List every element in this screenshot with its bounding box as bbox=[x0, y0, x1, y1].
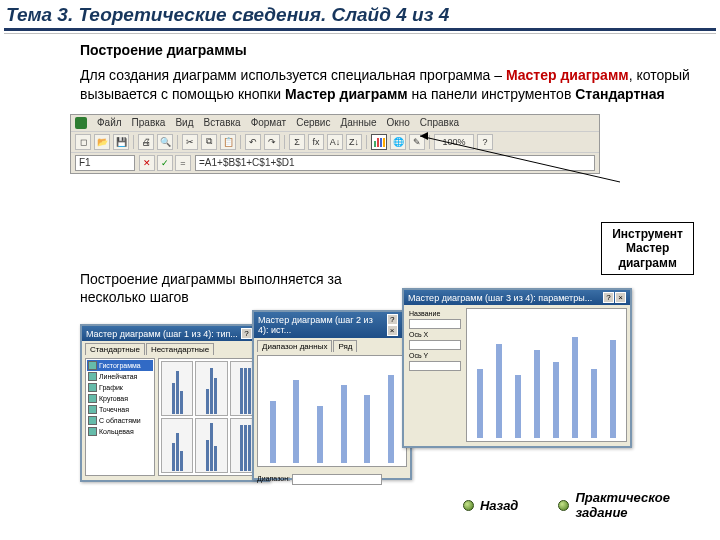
function-icon[interactable]: fx bbox=[308, 134, 324, 150]
menu-window[interactable]: Окно bbox=[387, 117, 410, 128]
subtype-thumb[interactable] bbox=[161, 418, 193, 473]
cancel-icon[interactable]: ✕ bbox=[139, 155, 155, 171]
subtype-thumb[interactable] bbox=[161, 361, 193, 416]
menu-data[interactable]: Данные bbox=[340, 117, 376, 128]
wizard2-tab-series[interactable]: Ряд bbox=[333, 340, 357, 352]
slide-title: Тема 3. Теоретические сведения. Слайд 4 … bbox=[0, 0, 720, 28]
wizard2-range-input[interactable] bbox=[292, 474, 382, 485]
footer-navigation: Назад Практическое задание bbox=[463, 490, 670, 520]
menu-bar: Файл Правка Вид Вставка Формат Сервис Да… bbox=[71, 115, 599, 132]
type-pie-label: Круговая bbox=[99, 395, 128, 402]
nav-back-link[interactable]: Назад bbox=[463, 498, 519, 513]
type-doughnut-label: Кольцевая bbox=[99, 428, 134, 435]
close-icon[interactable]: × bbox=[615, 292, 626, 303]
preview-bar bbox=[591, 369, 597, 438]
wizard1-tabs: Стандартные Нестандартные bbox=[82, 341, 268, 355]
bullet-icon bbox=[558, 500, 569, 511]
chart-wizard-callout: Инструмент Мастер диаграмм bbox=[601, 222, 694, 275]
open-icon[interactable]: 📂 bbox=[94, 134, 110, 150]
chart-subtype-grid[interactable] bbox=[158, 358, 265, 476]
nav-practice-l2: задание bbox=[575, 505, 670, 520]
autosum-icon[interactable]: Σ bbox=[289, 134, 305, 150]
wizard3-x-input[interactable] bbox=[409, 340, 461, 350]
steps-text: Построение диаграммы выполняется за неск… bbox=[80, 270, 400, 306]
wizard-screenshots: Мастер диаграмм (шаг 1 из 4): тип... ?× … bbox=[80, 310, 640, 490]
wizard2-body: Диапазон: bbox=[254, 352, 410, 488]
zoom-field[interactable]: 100% bbox=[434, 134, 474, 150]
map-icon[interactable]: 🌐 bbox=[390, 134, 406, 150]
drawing-icon[interactable]: ✎ bbox=[409, 134, 425, 150]
wizard1-tab-standard[interactable]: Стандартные bbox=[85, 343, 145, 355]
chart-type-list[interactable]: Гистограмма Линейчатая График Круговая Т… bbox=[85, 358, 155, 476]
preview-bar bbox=[270, 401, 276, 463]
help-button-icon[interactable]: ? bbox=[387, 314, 398, 325]
menu-file[interactable]: Файл bbox=[97, 117, 122, 128]
cut-icon[interactable]: ✂ bbox=[182, 134, 198, 150]
type-line-label: График bbox=[99, 384, 123, 391]
scatter-icon bbox=[88, 405, 97, 414]
wizard1-title: Мастер диаграмм (шаг 1 из 4): тип... bbox=[86, 329, 238, 339]
nav-back-label: Назад bbox=[480, 498, 519, 513]
help-button-icon[interactable]: ? bbox=[241, 328, 252, 339]
sort-asc-icon[interactable]: A↓ bbox=[327, 134, 343, 150]
undo-icon[interactable]: ↶ bbox=[245, 134, 261, 150]
chart-wizard-icon[interactable] bbox=[371, 134, 387, 150]
new-icon[interactable]: ◻ bbox=[75, 134, 91, 150]
wizard2-range-label: Диапазон: bbox=[257, 475, 290, 482]
sort-desc-icon[interactable]: Z↓ bbox=[346, 134, 362, 150]
nav-practice-link[interactable]: Практическое задание bbox=[558, 490, 670, 520]
type-doughnut[interactable]: Кольцевая bbox=[87, 426, 153, 437]
preview-bar bbox=[553, 362, 559, 438]
formula-bar: F1 ✕ ✓ = =A1+$B$1+C$1+$D1 bbox=[71, 153, 599, 173]
type-line[interactable]: График bbox=[87, 382, 153, 393]
copy-icon[interactable]: ⧉ bbox=[201, 134, 217, 150]
type-bar[interactable]: Линейчатая bbox=[87, 371, 153, 382]
callout-line3: диаграмм bbox=[612, 256, 683, 270]
doughnut-icon bbox=[88, 427, 97, 436]
print-icon[interactable]: 🖨 bbox=[138, 134, 154, 150]
callout-line2: Мастер bbox=[612, 241, 683, 255]
preview-icon[interactable]: 🔍 bbox=[157, 134, 173, 150]
paste-icon[interactable]: 📋 bbox=[220, 134, 236, 150]
menu-help[interactable]: Справка bbox=[420, 117, 459, 128]
para-bold-term-2: Стандартная bbox=[575, 86, 665, 102]
pie-icon bbox=[88, 394, 97, 403]
formula-input[interactable]: =A1+$B$1+C$1+$D1 bbox=[195, 155, 595, 171]
equals-icon[interactable]: = bbox=[175, 155, 191, 171]
wizard2-titlebar: Мастер диаграмм (шаг 2 из 4): ист... ?× bbox=[254, 312, 410, 338]
wizard1-body: Гистограмма Линейчатая График Круговая Т… bbox=[82, 355, 268, 479]
wizard3-opt-title: Название bbox=[409, 310, 461, 317]
toolbar-separator bbox=[177, 135, 178, 149]
subtype-thumb[interactable] bbox=[195, 418, 227, 473]
toolbar-separator bbox=[284, 135, 285, 149]
formula-buttons: ✕ ✓ = bbox=[139, 155, 191, 171]
name-box[interactable]: F1 bbox=[75, 155, 135, 171]
type-histogram[interactable]: Гистограмма bbox=[87, 360, 153, 371]
menu-insert[interactable]: Вставка bbox=[203, 117, 240, 128]
redo-icon[interactable]: ↷ bbox=[264, 134, 280, 150]
line-icon bbox=[88, 383, 97, 392]
menu-edit[interactable]: Правка bbox=[132, 117, 166, 128]
enter-icon[interactable]: ✓ bbox=[157, 155, 173, 171]
type-pie[interactable]: Круговая bbox=[87, 393, 153, 404]
wizard1-tab-custom[interactable]: Нестандартные bbox=[146, 343, 214, 355]
wizard2-tab-range[interactable]: Диапазон данных bbox=[257, 340, 332, 352]
type-bar-label: Линейчатая bbox=[99, 373, 137, 380]
type-scatter[interactable]: Точечная bbox=[87, 404, 153, 415]
wizard3-title-input[interactable] bbox=[409, 319, 461, 329]
close-icon[interactable]: × bbox=[387, 325, 398, 336]
menu-view[interactable]: Вид bbox=[175, 117, 193, 128]
type-histogram-label: Гистограмма bbox=[99, 362, 141, 369]
menu-tools[interactable]: Сервис bbox=[296, 117, 330, 128]
menu-format[interactable]: Формат bbox=[251, 117, 287, 128]
help-icon[interactable]: ? bbox=[477, 134, 493, 150]
type-area[interactable]: С областями bbox=[87, 415, 153, 426]
toolbar-separator bbox=[429, 135, 430, 149]
wizard3-y-input[interactable] bbox=[409, 361, 461, 371]
title-underline bbox=[4, 28, 716, 31]
subtype-thumb[interactable] bbox=[195, 361, 227, 416]
preview-bar bbox=[496, 344, 502, 439]
save-icon[interactable]: 💾 bbox=[113, 134, 129, 150]
help-button-icon[interactable]: ? bbox=[603, 292, 614, 303]
preview-bar bbox=[515, 375, 521, 438]
